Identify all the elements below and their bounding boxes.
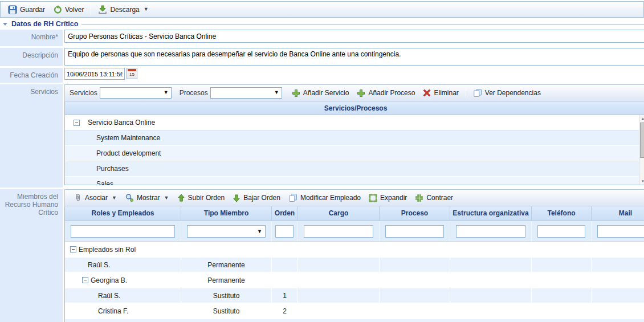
procesos-select-label: Procesos <box>180 89 208 97</box>
filter-row: ▼ <box>65 221 644 242</box>
servicios-toolbar: Servicios ▼ Procesos ▼ Añadir Se <box>64 84 644 101</box>
download-label: Descarga <box>110 6 139 14</box>
collapse-node-icon[interactable] <box>70 246 76 252</box>
scroll-up-icon[interactable]: ▲ <box>639 115 644 122</box>
scroll-down-icon[interactable]: ▼ <box>639 178 644 185</box>
table-row[interactable]: Servicio Banca Online <box>65 115 644 131</box>
table-row[interactable]: Sales <box>65 177 644 185</box>
table-row[interactable]: System Maintenance <box>65 131 644 146</box>
descripcion-label: Descripción <box>0 48 63 66</box>
column-header-cargo[interactable]: Cargo <box>298 206 380 221</box>
collapse-arrows-icon <box>415 194 423 202</box>
modificar-empleado-button[interactable]: Modificar Empleado <box>284 191 365 204</box>
save-button[interactable]: Guardar <box>4 3 49 16</box>
filter-roles-input[interactable] <box>71 225 175 238</box>
procesos-select[interactable]: ▼ <box>210 87 282 99</box>
filter-telefono-input[interactable] <box>537 225 585 238</box>
table-row[interactable]: Raúl S. Sustituto 1 <box>65 288 644 303</box>
section-header: Datos de RH Crítico <box>0 19 644 28</box>
save-label: Guardar <box>20 6 45 14</box>
miembros-panel: Asociar ▼ Mostrar ▼ Subir <box>64 189 644 322</box>
main-toolbar: Guardar Volver Descarga ▼ <box>0 1 644 18</box>
chevron-down-icon: ▼ <box>274 89 279 95</box>
table-row[interactable]: Raúl S. Permanente <box>65 257 644 272</box>
toolbar-separator <box>466 88 466 98</box>
toolbar-separator <box>91 5 91 15</box>
vertical-scrollbar[interactable]: ▲ ▼ <box>639 115 644 185</box>
collapse-node-icon[interactable] <box>82 277 88 283</box>
section-title: Datos de RH Crítico <box>11 20 78 28</box>
servicios-label: Servicios <box>0 84 63 188</box>
servicios-select-label: Servicios <box>70 89 97 97</box>
column-header-orden[interactable]: Orden <box>272 206 298 221</box>
expandir-button[interactable]: Expandir <box>365 192 411 204</box>
column-header-telefono[interactable]: Teléfono <box>532 206 592 221</box>
bajar-orden-button[interactable]: Bajar Orden <box>229 192 284 204</box>
subir-orden-button[interactable]: Subir Orden <box>173 192 229 204</box>
chevron-down-icon: ▼ <box>164 195 169 201</box>
collapse-node-icon[interactable] <box>74 120 80 126</box>
magnifier-icon <box>125 193 134 202</box>
descripcion-input[interactable]: Equipo de personas que son necesarias pa… <box>64 48 644 66</box>
table-row[interactable]: Product development <box>65 146 644 161</box>
column-header-tipo[interactable]: Tipo Miembro <box>181 206 272 221</box>
mostrar-button[interactable]: Mostrar ▼ <box>121 191 173 204</box>
filter-orden-input[interactable] <box>275 225 294 238</box>
delete-button[interactable]: Eliminar <box>419 87 462 99</box>
miembros-table-header: Roles y Empleados Tipo Miembro Orden Car… <box>65 206 644 221</box>
contraer-button[interactable]: Contraer <box>411 192 457 204</box>
table-row-partial <box>65 319 644 322</box>
nombre-input[interactable] <box>64 30 644 43</box>
app-window: Guardar Volver Descarga ▼ Datos de RH Cr… <box>0 0 644 322</box>
servicios-select[interactable]: ▼ <box>100 87 172 99</box>
section-rule <box>81 24 644 25</box>
filter-proceso-input[interactable] <box>385 225 444 238</box>
fecha-row: Fecha Creación 15 <box>0 68 644 83</box>
table-row[interactable]: Georgina B. Permanente <box>65 272 644 288</box>
collapse-section-icon[interactable] <box>3 23 7 26</box>
filter-mail-input[interactable] <box>597 225 644 238</box>
table-row[interactable]: Empleados sin Rol <box>65 242 644 257</box>
plus-icon <box>292 89 300 97</box>
save-icon <box>8 5 17 14</box>
scrollbar-thumb[interactable] <box>640 123 644 158</box>
back-button[interactable]: Volver <box>49 3 88 16</box>
delete-x-icon <box>423 89 431 97</box>
table-row[interactable]: Purchases <box>65 161 644 177</box>
servicios-row: Servicios Servicios ▼ Procesos ▼ <box>0 84 644 188</box>
pages-icon <box>473 88 482 97</box>
arrow-down-icon <box>233 194 241 202</box>
miembros-label: Miembros del Recurso Humano Crítico <box>0 189 63 322</box>
column-header-roles[interactable]: Roles y Empleados <box>65 206 181 221</box>
filter-cargo-input[interactable] <box>304 225 373 238</box>
nombre-row: Nombre* <box>0 30 644 46</box>
column-header-estructura[interactable]: Estructura organizativa <box>450 206 532 221</box>
add-service-button[interactable]: Añadir Servicio <box>288 87 353 99</box>
asociar-button[interactable]: Asociar ▼ <box>70 191 121 204</box>
servicios-table-header[interactable]: Servicios/Procesos <box>65 101 644 115</box>
nombre-label: Nombre* <box>0 30 63 46</box>
view-dependencies-button[interactable]: Ver Dependencias <box>469 87 545 99</box>
miembros-toolbar: Asociar ▼ Mostrar ▼ Subir <box>64 189 644 206</box>
column-header-proceso[interactable]: Proceso <box>380 206 450 221</box>
back-icon <box>53 5 62 14</box>
chevron-down-icon: ▼ <box>144 7 149 12</box>
calendar-icon[interactable]: 15 <box>127 68 137 79</box>
miembros-row: Miembros del Recurso Humano Crítico Asoc… <box>0 189 644 322</box>
chevron-down-icon: ▼ <box>257 229 262 234</box>
descripcion-row: Descripción Equipo de personas que son n… <box>0 48 644 66</box>
expand-arrows-icon <box>369 194 377 202</box>
servicios-table-body: Servicio Banca Online System Maintenance… <box>65 115 644 185</box>
back-label: Volver <box>65 6 84 14</box>
servicios-panel: Servicios ▼ Procesos ▼ Añadir Se <box>64 84 644 185</box>
download-button[interactable]: Descarga ▼ <box>94 3 152 16</box>
filter-tipo-select[interactable]: ▼ <box>187 225 266 238</box>
chevron-down-icon: ▼ <box>164 89 169 95</box>
filter-estructura-input[interactable] <box>456 225 525 238</box>
column-header-mail[interactable]: Mail <box>592 206 644 221</box>
arrow-up-icon <box>177 194 185 202</box>
pages-icon <box>288 193 297 202</box>
add-process-button[interactable]: Añadir Proceso <box>353 87 419 99</box>
table-row[interactable]: Cristina F. Sustituto 2 <box>65 303 644 319</box>
fecha-input[interactable] <box>64 68 125 80</box>
